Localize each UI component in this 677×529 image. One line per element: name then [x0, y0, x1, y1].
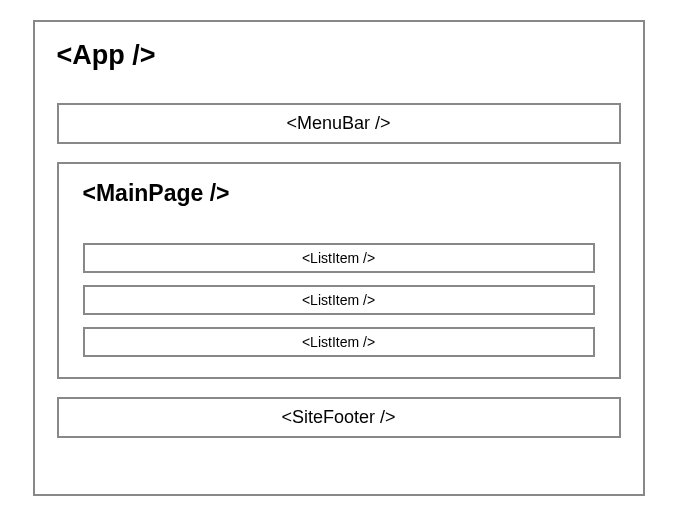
menubar-label: <MenuBar /> — [286, 113, 390, 133]
app-container: <App /> <MenuBar /> <MainPage /> <ListIt… — [33, 20, 645, 496]
listitem-label: <ListItem /> — [302, 250, 375, 266]
app-title: <App /> — [57, 34, 621, 91]
list-item: <ListItem /> — [83, 243, 595, 273]
sitefooter-label: <SiteFooter /> — [281, 407, 395, 427]
listitem-label: <ListItem /> — [302, 292, 375, 308]
list-item: <ListItem /> — [83, 285, 595, 315]
menubar-box: <MenuBar /> — [57, 103, 621, 144]
mainpage-container: <MainPage /> <ListItem /> <ListItem /> <… — [57, 162, 621, 379]
mainpage-title: <MainPage /> — [83, 174, 595, 231]
listitem-label: <ListItem /> — [302, 334, 375, 350]
sitefooter-box: <SiteFooter /> — [57, 397, 621, 438]
list-item: <ListItem /> — [83, 327, 595, 357]
